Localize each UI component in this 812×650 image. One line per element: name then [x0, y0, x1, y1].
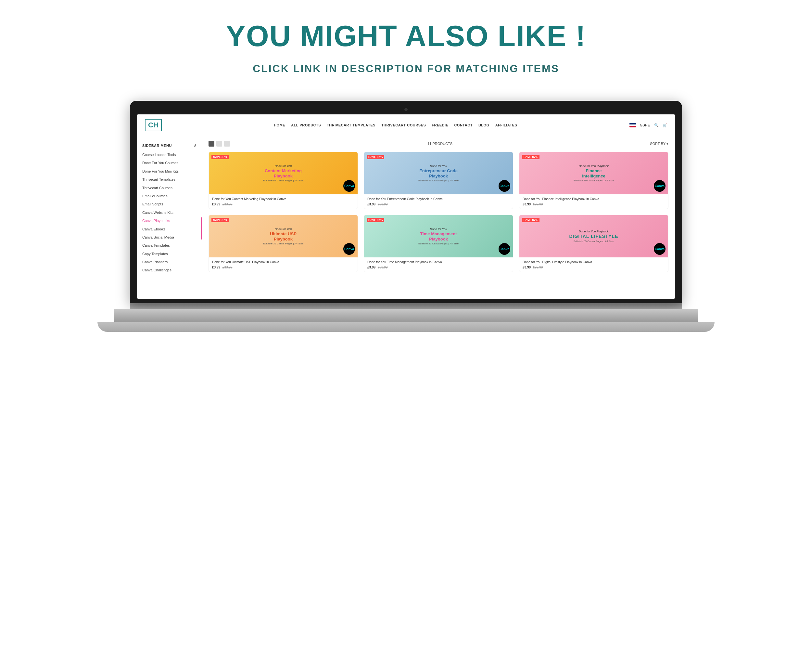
nav-links: HOME ALL PRODUCTS THRIVECART TEMPLATES T…: [274, 123, 517, 127]
laptop-bezel: CH HOME ALL PRODUCTS THRIVECART TEMPLATE…: [130, 101, 682, 303]
product-info-3: Done for You Finance Intelligence Playbo…: [519, 194, 668, 209]
sidebar-item-canva-challenges[interactable]: Canva Challenges: [137, 266, 202, 274]
sidebar: SIDEBAR MENU ∧ Course Launch Tools Done …: [137, 136, 202, 299]
save-badge-4: SAVE 87%: [211, 218, 229, 222]
product-card-2[interactable]: Done for You Entrepreneur CodePlaybook E…: [364, 152, 513, 209]
product-name-4: Done for You Ultimate USP Playbook in Ca…: [212, 260, 354, 264]
product-price-6: £3.99 £99.99: [523, 266, 665, 269]
save-badge-1: SAVE 87%: [211, 155, 229, 159]
view-icons: [209, 141, 230, 147]
product-price-1: £3.99 £33.99: [212, 202, 354, 206]
product-inner-5: Done for You Time ManagementPlaybook Edi…: [415, 224, 462, 248]
product-name-5: Done for You Time Management Playbook in…: [367, 260, 510, 264]
page-subheadline: CLICK LINK IN DESCRIPTION FOR MATCHING I…: [253, 63, 559, 75]
sidebar-menu-header: SIDEBAR MENU ∧: [137, 141, 202, 151]
laptop-foot: [98, 322, 714, 332]
products-count: 11 PRODUCTS: [427, 142, 452, 145]
product-name-6: Done for You Digital Lifestyle Playbook …: [523, 260, 665, 264]
save-badge-3: SAVE 87%: [522, 155, 539, 159]
product-name-3: Done for You Finance Intelligence Playbo…: [523, 197, 665, 201]
nav-right: GBP £ 🔍 🛒: [629, 123, 667, 127]
product-info-5: Done for You Time Management Playbook in…: [364, 257, 513, 272]
compact-view-icon[interactable]: [224, 141, 230, 147]
laptop-hinge: [130, 303, 682, 309]
laptop-camera: [404, 108, 408, 111]
product-info-1: Done for You Content Marketing Playbook …: [209, 194, 358, 209]
save-badge-5: SAVE 87%: [367, 218, 384, 222]
product-image-2: Done for You Entrepreneur CodePlaybook E…: [364, 152, 513, 194]
product-info-4: Done for You Ultimate USP Playbook in Ca…: [209, 257, 358, 272]
product-inner-4: Done for You Ultimate USPPlaybook Editab…: [260, 224, 307, 248]
canva-badge-2: Canva: [499, 180, 510, 192]
main-product-area: 11 PRODUCTS SORT BY ▾ Done for You: [202, 136, 675, 299]
product-info-6: Done for You Digital Lifestyle Playbook …: [519, 257, 668, 272]
nav-thrivecart-templates[interactable]: THRIVECART TEMPLATES: [327, 123, 375, 127]
product-card-5[interactable]: Done for You Time ManagementPlaybook Edi…: [364, 215, 513, 272]
product-price-3: £3.99 £99.99: [523, 202, 665, 206]
product-price-5: £3.99 £33.99: [367, 266, 510, 269]
sidebar-item-thrivecart-templates[interactable]: Thrivecart Templates: [137, 176, 202, 184]
product-image-4: Done for You Ultimate USPPlaybook Editab…: [209, 215, 358, 257]
sidebar-item-canva-ebooks[interactable]: Canva Ebooks: [137, 225, 202, 233]
sidebar-item-done-for-you-courses[interactable]: Done For You Courses: [137, 159, 202, 167]
laptop-mockup: CH HOME ALL PRODUCTS THRIVECART TEMPLATE…: [130, 101, 682, 332]
laptop-base: [114, 309, 698, 322]
nav-all-products[interactable]: ALL PRODUCTS: [291, 123, 321, 127]
save-badge-6: SAVE 87%: [522, 218, 539, 222]
product-price-2: £3.99 £33.99: [367, 202, 510, 206]
nav-affiliates[interactable]: AFFILIATES: [495, 123, 517, 127]
save-badge-2: SAVE 87%: [367, 155, 384, 159]
product-name-1: Done for You Content Marketing Playbook …: [212, 197, 354, 201]
canva-badge-6: Canva: [654, 243, 665, 255]
canva-badge-3: Canva: [654, 180, 665, 192]
sidebar-item-copy-templates[interactable]: Copy Templates: [137, 250, 202, 258]
page-headline: YOU MIGHT ALSO LIKE !: [226, 20, 586, 53]
sort-by-control[interactable]: SORT BY ▾: [650, 142, 669, 146]
product-card-1[interactable]: Done for You Content MarketingPlaybook E…: [209, 152, 358, 209]
product-inner-2: Done for You Entrepreneur CodePlaybook E…: [415, 161, 462, 185]
sidebar-item-canva-website-kits[interactable]: Canva Website Kits: [137, 209, 202, 217]
sidebar-item-canva-playbooks[interactable]: Canva Playbooks: [137, 217, 202, 225]
cart-icon[interactable]: 🛒: [662, 123, 667, 127]
nav-thrivecart-courses[interactable]: THRIVECART COURSES: [381, 123, 426, 127]
product-image-1: Done for You Content MarketingPlaybook E…: [209, 152, 358, 194]
currency-label[interactable]: GBP £: [640, 123, 650, 127]
product-image-6: Done for You Playbook DIGITAL LIFESTYLE …: [519, 215, 668, 257]
sidebar-item-canva-templates[interactable]: Canva Templates: [137, 242, 202, 249]
canva-badge-5: Canva: [499, 243, 510, 255]
site-logo: CH: [145, 119, 162, 131]
sidebar-item-thrivecart-courses[interactable]: Thrivecart Courses: [137, 184, 202, 192]
product-card-4[interactable]: Done for You Ultimate USPPlaybook Editab…: [209, 215, 358, 272]
product-price-4: £3.99 £33.99: [212, 266, 354, 269]
product-inner-3: Done for You Playbook FinanceIntelligenc…: [570, 161, 617, 185]
site-content: SIDEBAR MENU ∧ Course Launch Tools Done …: [137, 136, 675, 299]
product-card-3[interactable]: Done for You Playbook FinanceIntelligenc…: [519, 152, 669, 209]
product-card-6[interactable]: Done for You Playbook DIGITAL LIFESTYLE …: [519, 215, 669, 272]
product-image-5: Done for You Time ManagementPlaybook Edi…: [364, 215, 513, 257]
sidebar-item-canva-social-media[interactable]: Canva Social Media: [137, 233, 202, 242]
nav-contact[interactable]: CONTACT: [454, 123, 472, 127]
grid-view-icon[interactable]: [209, 141, 214, 147]
site-navbar: CH HOME ALL PRODUCTS THRIVECART TEMPLATE…: [137, 115, 675, 136]
nav-blog[interactable]: BLOG: [478, 123, 490, 127]
products-toolbar: 11 PRODUCTS SORT BY ▾: [209, 141, 669, 147]
sidebar-item-done-for-you-mini-kits[interactable]: Done For You Mini Kits: [137, 167, 202, 176]
nav-freebie[interactable]: FREEBIE: [432, 123, 448, 127]
search-icon[interactable]: 🔍: [654, 123, 659, 127]
sidebar-item-canva-planners[interactable]: Canva Planners: [137, 258, 202, 266]
canva-badge-4: Canva: [343, 243, 355, 255]
canva-badge-1: Canva: [343, 180, 355, 192]
sidebar-title: SIDEBAR MENU: [142, 144, 172, 148]
list-view-icon[interactable]: [216, 141, 222, 147]
product-image-3: Done for You Playbook FinanceIntelligenc…: [519, 152, 668, 194]
sidebar-item-course-launch-tools[interactable]: Course Launch Tools: [137, 151, 202, 159]
product-inner-1: Done for You Content MarketingPlaybook E…: [260, 161, 307, 185]
laptop-screen: CH HOME ALL PRODUCTS THRIVECART TEMPLATE…: [137, 115, 675, 299]
products-grid: Done for You Content MarketingPlaybook E…: [209, 152, 669, 272]
sidebar-collapse-icon[interactable]: ∧: [194, 143, 197, 148]
product-name-2: Done for You Entrepreneur Code Playbook …: [367, 197, 510, 201]
nav-home[interactable]: HOME: [274, 123, 285, 127]
sidebar-item-email-ecourses[interactable]: Email eCourses: [137, 192, 202, 200]
sidebar-item-email-scripts[interactable]: Email Scripts: [137, 200, 202, 208]
product-inner-6: Done for You Playbook DIGITAL LIFESTYLE …: [566, 226, 621, 246]
